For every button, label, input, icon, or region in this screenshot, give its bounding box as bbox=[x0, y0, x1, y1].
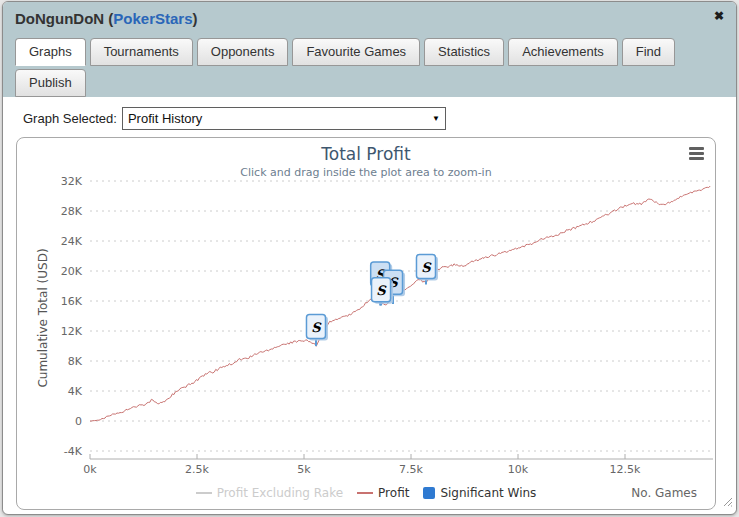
legend-item-profit[interactable]: Profit bbox=[357, 486, 409, 500]
dialog-body: Graph Selected: Profit History ▼ -4K04K8… bbox=[3, 107, 736, 510]
site-name: PokerStars bbox=[113, 10, 192, 27]
x-axis-title: No. Games bbox=[631, 486, 697, 500]
flag-label: S bbox=[376, 283, 387, 298]
svg-text:5k: 5k bbox=[297, 463, 311, 476]
y-gridlines bbox=[90, 181, 713, 451]
chart-plot-area[interactable]: -4K04K8K12K16K20K24K28K32KCumulative Tot… bbox=[17, 138, 715, 509]
chart-menu-icon[interactable] bbox=[689, 147, 704, 162]
legend-item-significant-wins[interactable]: Significant Wins bbox=[423, 486, 536, 500]
player-stats-dialog: DoNgunDoN (PokerStars) ✖ Graphs Tourname… bbox=[2, 1, 737, 515]
significant-win-flags[interactable]: SSSSS bbox=[306, 255, 437, 347]
svg-text:10k: 10k bbox=[508, 463, 529, 476]
svg-text:0k: 0k bbox=[83, 463, 97, 476]
svg-text:2.5k: 2.5k bbox=[185, 463, 209, 476]
legend-line-icon bbox=[357, 492, 373, 494]
x-axis: 0k2.5k5k7.5k10k12.5k bbox=[83, 454, 713, 476]
tab-achievements[interactable]: Achievements bbox=[508, 38, 618, 66]
chevron-down-icon: ▼ bbox=[432, 114, 440, 123]
tab-bar-row2: Publish bbox=[15, 69, 724, 97]
svg-text:16K: 16K bbox=[61, 295, 83, 308]
tab-statistics[interactable]: Statistics bbox=[424, 38, 504, 66]
y-axis-title: Cumulative Total (USD) bbox=[36, 248, 50, 387]
profit-chart-panel[interactable]: -4K04K8K12K16K20K24K28K32KCumulative Tot… bbox=[16, 137, 716, 510]
legend-line-icon bbox=[196, 492, 212, 494]
legend-square-icon bbox=[423, 487, 435, 499]
graph-select-dropdown[interactable]: Profit History ▼ bbox=[122, 107, 446, 130]
screenshot-root: DoNgunDoN (PokerStars) ✖ Graphs Tourname… bbox=[0, 0, 739, 517]
dialog-title: DoNgunDoN (PokerStars) bbox=[15, 10, 198, 27]
svg-text:-4K: -4K bbox=[64, 445, 83, 458]
tab-graphs[interactable]: Graphs bbox=[15, 38, 86, 66]
svg-text:8K: 8K bbox=[68, 355, 83, 368]
tab-bar-row1: Graphs Tournaments Opponents Favourite G… bbox=[15, 38, 724, 66]
svg-text:4K: 4K bbox=[68, 385, 83, 398]
svg-text:12.5k: 12.5k bbox=[610, 463, 641, 476]
graph-selected-label: Graph Selected: bbox=[23, 111, 117, 126]
graph-select-value: Profit History bbox=[128, 111, 202, 126]
tab-find[interactable]: Find bbox=[622, 38, 675, 66]
dialog-header: DoNgunDoN (PokerStars) ✖ Graphs Tourname… bbox=[3, 2, 736, 97]
legend-item-profit-excluding-rake[interactable]: Profit Excluding Rake bbox=[196, 486, 343, 500]
svg-text:0: 0 bbox=[75, 415, 82, 428]
player-name: DoNgunDoN ( bbox=[15, 10, 113, 27]
chart-subtitle: Click and drag inside the plot area to z… bbox=[17, 166, 715, 179]
close-icon[interactable]: ✖ bbox=[714, 9, 724, 23]
significant-win-flag[interactable]: S bbox=[372, 278, 394, 306]
svg-text:20K: 20K bbox=[61, 265, 83, 278]
tab-tournaments[interactable]: Tournaments bbox=[90, 38, 193, 66]
chart-legend: Profit Excluding Rake Profit Significant… bbox=[17, 486, 715, 500]
svg-text:28K: 28K bbox=[61, 205, 83, 218]
flag-label: S bbox=[421, 260, 432, 275]
profit-line-series[interactable] bbox=[90, 186, 710, 421]
tab-favourite-games[interactable]: Favourite Games bbox=[292, 38, 420, 66]
resize-grip-icon[interactable] bbox=[722, 496, 733, 507]
tab-opponents[interactable]: Opponents bbox=[197, 38, 289, 66]
svg-text:24K: 24K bbox=[61, 235, 83, 248]
flag-label: S bbox=[311, 320, 322, 335]
y-axis-labels: -4K04K8K12K16K20K24K28K32K bbox=[61, 175, 83, 458]
svg-text:12K: 12K bbox=[61, 325, 83, 338]
chart-title: Total Profit bbox=[17, 144, 715, 164]
svg-text:7.5k: 7.5k bbox=[399, 463, 423, 476]
tab-publish[interactable]: Publish bbox=[15, 69, 86, 97]
